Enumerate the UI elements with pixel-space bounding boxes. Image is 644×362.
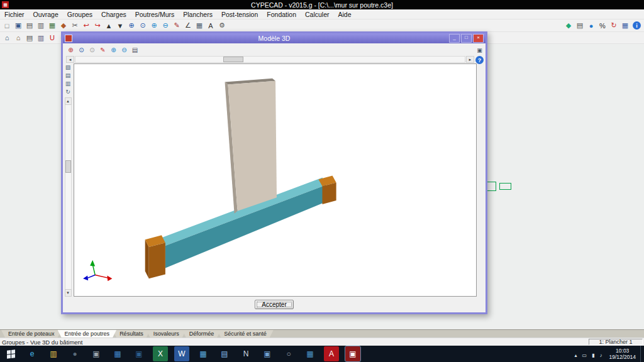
menu-groupes[interactable]: Groupes bbox=[63, 9, 97, 19]
tray-action-center-icon[interactable]: ▭ bbox=[582, 353, 587, 358]
config-icon[interactable]: ⚙ bbox=[216, 21, 228, 31]
app-window-icon[interactable]: ▣ bbox=[260, 346, 275, 361]
globe-icon[interactable]: ● bbox=[586, 21, 597, 31]
show-desktop-button[interactable] bbox=[640, 346, 644, 362]
undo-icon[interactable]: ↩ bbox=[80, 21, 92, 31]
notes-app-icon[interactable]: N bbox=[238, 346, 253, 361]
app-circle-icon[interactable]: ○ bbox=[281, 346, 296, 361]
percent-icon[interactable]: % bbox=[597, 21, 608, 31]
desktop-app-icon[interactable]: ▦ bbox=[110, 346, 125, 361]
building-icon[interactable]: ⌂ bbox=[1, 33, 13, 43]
status-message: Groupes - Vue 3D du bâtiment bbox=[0, 339, 83, 346]
printer2-icon[interactable]: ▤ bbox=[574, 21, 586, 31]
menu-fichier[interactable]: Fichier bbox=[0, 9, 29, 19]
horizontal-scroll-track[interactable] bbox=[75, 56, 465, 63]
capture-icon[interactable]: ▦ bbox=[47, 21, 58, 31]
photo-icon[interactable]: ▣ bbox=[475, 46, 484, 54]
scroll-right-button[interactable]: ► bbox=[466, 56, 474, 63]
tab-isovaleurs[interactable]: Isovaleurs bbox=[147, 330, 186, 337]
print-preview-icon[interactable]: ▥ bbox=[35, 21, 47, 31]
layers-icon[interactable]: ▤ bbox=[64, 72, 72, 79]
new-document-icon[interactable]: □ bbox=[1, 21, 13, 31]
internet-explorer-icon[interactable]: e bbox=[25, 346, 40, 361]
toolbar-left-group: □▣▤▥▦◆✂↩↪▲▼⊕⊙⊕⊖✎∠▦A⚙ bbox=[1, 21, 228, 31]
photos-icon[interactable]: ▣ bbox=[89, 346, 104, 361]
tray-network-icon[interactable]: ▮ bbox=[592, 353, 594, 358]
zoom-previous-icon[interactable]: ⊙ bbox=[87, 45, 97, 55]
connect-icon[interactable]: ◆ bbox=[563, 21, 574, 31]
tab-entree-de-poteaux[interactable]: Entrée de poteaux bbox=[1, 330, 62, 337]
menu-poutres-murs[interactable]: Poutres/Murs bbox=[131, 9, 179, 19]
zoom-full-icon[interactable]: ⊙ bbox=[137, 21, 148, 31]
status-bar: Groupes - Vue 3D du bâtiment 1: Plancher… bbox=[0, 337, 644, 346]
redraw-icon[interactable]: ✎ bbox=[98, 45, 108, 55]
redo-icon[interactable]: ↪ bbox=[92, 21, 103, 31]
app-tools-icon[interactable]: ▦ bbox=[303, 346, 318, 361]
dialog-close-button[interactable]: × bbox=[473, 34, 484, 43]
menu-planchers[interactable]: Planchers bbox=[179, 9, 217, 19]
measure-icon[interactable]: ∠ bbox=[182, 21, 194, 31]
save-icon[interactable]: ▣ bbox=[13, 21, 24, 31]
tab-resultats[interactable]: Résultats bbox=[113, 330, 150, 337]
taskbar-clock[interactable]: 10:03 19/12/2014 bbox=[604, 348, 640, 360]
library-icon[interactable]: ◆ bbox=[58, 21, 69, 31]
adobe-reader-icon[interactable]: A bbox=[324, 346, 339, 361]
beams-icon[interactable]: ▤ bbox=[24, 33, 35, 43]
start-button[interactable] bbox=[0, 346, 21, 362]
menu-ouvrage[interactable]: Ouvrage bbox=[29, 9, 63, 19]
media-player-icon[interactable]: ● bbox=[67, 346, 82, 361]
info-icon[interactable]: i bbox=[633, 21, 641, 30]
file-explorer-icon[interactable]: ▥ bbox=[46, 346, 61, 361]
dialog-title-bar[interactable]: Modèle 3D _□× bbox=[63, 33, 486, 43]
scroll-up-button[interactable]: ▲ bbox=[65, 97, 72, 105]
menu-post-tension[interactable]: Post-tension bbox=[217, 9, 262, 19]
scroll-down-button[interactable]: ▼ bbox=[65, 289, 72, 297]
vertical-scroll-thumb[interactable] bbox=[65, 160, 71, 173]
zoom-in-icon[interactable]: ⊕ bbox=[148, 21, 160, 31]
menu-charges[interactable]: Charges bbox=[97, 9, 131, 19]
walls-icon[interactable]: ▥ bbox=[35, 33, 47, 43]
snapshot-icon[interactable]: ▤ bbox=[130, 45, 140, 55]
zoom-out-icon[interactable]: ⊖ bbox=[119, 45, 129, 55]
horizontal-scroll-thumb[interactable] bbox=[223, 57, 243, 62]
tab-securite-et-sante[interactable]: Sécurité et santé bbox=[217, 330, 274, 337]
dialog-maximize-button[interactable]: □ bbox=[461, 34, 472, 43]
zoom-full-icon[interactable]: ⊙ bbox=[77, 45, 86, 55]
print-3d-icon[interactable]: ▥ bbox=[64, 80, 72, 87]
zoom-window-icon[interactable]: ⊕ bbox=[66, 45, 75, 55]
grid-icon[interactable]: ▦ bbox=[194, 21, 205, 31]
pan-up-icon[interactable]: ▲ bbox=[103, 21, 114, 31]
excel-icon[interactable]: X bbox=[153, 346, 168, 361]
menu-fondation[interactable]: Fondation bbox=[262, 9, 301, 19]
scroll-left-button[interactable]: ◄ bbox=[66, 56, 74, 63]
viewport-3d[interactable] bbox=[74, 63, 477, 297]
magnet-icon[interactable]: U bbox=[47, 33, 58, 43]
app-grid-icon[interactable]: ▤ bbox=[217, 346, 232, 361]
zoom-window-icon[interactable]: ⊕ bbox=[126, 21, 137, 31]
edit-icon[interactable]: ✎ bbox=[171, 21, 182, 31]
tab-entree-de-poutres[interactable]: Entrée de poutres bbox=[58, 330, 117, 337]
zoom-out-icon[interactable]: ⊖ bbox=[160, 21, 171, 31]
text-icon[interactable]: A bbox=[205, 21, 216, 31]
cut-icon[interactable]: ✂ bbox=[69, 21, 80, 31]
vertical-scroll-track[interactable] bbox=[65, 105, 72, 289]
print-icon[interactable]: ▤ bbox=[24, 21, 35, 31]
tab-deformee[interactable]: Déformée bbox=[182, 330, 221, 337]
cypecad-icon[interactable]: ▣ bbox=[345, 346, 360, 361]
menu-aide[interactable]: Aide bbox=[334, 9, 356, 19]
pan-down-icon[interactable]: ▼ bbox=[114, 21, 126, 31]
app-blue-icon[interactable]: ▦ bbox=[196, 346, 211, 361]
perspective-icon[interactable]: ▧ bbox=[64, 63, 72, 71]
tray-volume-icon[interactable]: ♪ bbox=[599, 353, 602, 358]
rotate-view-icon[interactable]: ↻ bbox=[64, 88, 72, 96]
update-icon[interactable]: ↻ bbox=[608, 21, 619, 31]
word-icon[interactable]: W bbox=[174, 346, 189, 361]
floor-plan-icon[interactable]: ⌂ bbox=[13, 33, 24, 43]
tray-expand-icon[interactable]: ▴ bbox=[574, 353, 577, 358]
accept-button[interactable]: Accepter bbox=[255, 300, 293, 309]
dialog-minimize-button[interactable]: _ bbox=[449, 34, 460, 43]
menu-calculer[interactable]: Calculer bbox=[301, 9, 334, 19]
mail-icon[interactable]: ▣ bbox=[131, 346, 147, 361]
calculator-icon[interactable]: ▦ bbox=[619, 21, 631, 31]
zoom-in-icon[interactable]: ⊕ bbox=[109, 45, 118, 55]
